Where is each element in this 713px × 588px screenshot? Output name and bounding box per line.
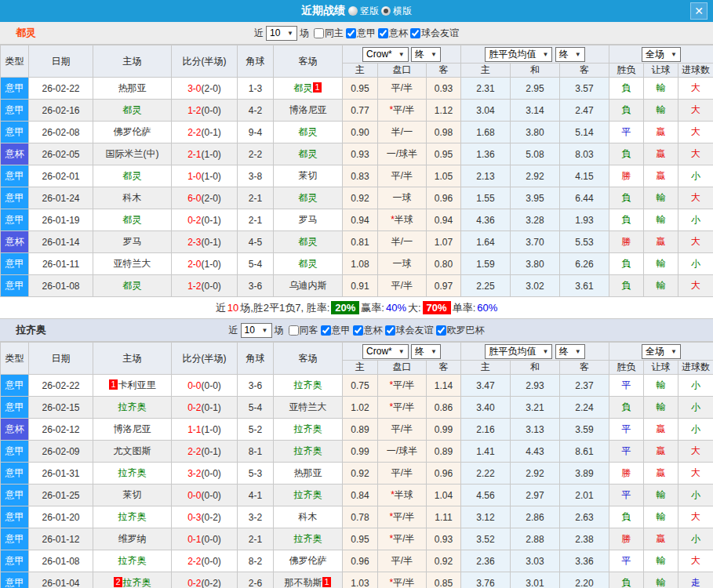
corner-cell: 2-1 bbox=[238, 187, 274, 209]
final-odds-dropdown[interactable]: 终▼ bbox=[411, 47, 441, 62]
bookmaker-odds-group: Crow*▼ 终▼ bbox=[343, 343, 461, 361]
page-title: 近期战绩 bbox=[301, 4, 345, 18]
avg-away-cell: 2.37 bbox=[560, 375, 609, 397]
checkbox-input[interactable] bbox=[353, 325, 363, 336]
home-team: 拉齐奥 bbox=[118, 467, 147, 478]
goals-cell: 小 bbox=[678, 485, 713, 506]
horizontal-layout-radio[interactable] bbox=[381, 6, 391, 16]
match-row: 意甲 26-01-24 科木 6-0(2-0) 2-1 都灵 0.92 一球 0… bbox=[1, 187, 713, 209]
home-cell: 尤文图斯 bbox=[93, 441, 172, 463]
match-row: 意甲 26-01-08 拉齐奥 2-2(0-0) 8-2 佛罗伦萨 0.96 平… bbox=[1, 550, 713, 572]
result-value: 勝 bbox=[622, 467, 631, 478]
filter-checkbox[interactable]: 球会友谊 bbox=[383, 324, 434, 337]
halftime-score: (0-1) bbox=[202, 237, 221, 248]
avg-odds-dropdown[interactable]: 胜平负均值▼ bbox=[485, 47, 552, 62]
goals-cell: 小 bbox=[678, 209, 713, 231]
filter-checkbox[interactable]: 意杯 bbox=[376, 27, 408, 40]
checkbox-input[interactable] bbox=[385, 325, 395, 336]
avg-away-cell: 2.24 bbox=[560, 397, 609, 419]
avg-home-cell: 2.13 bbox=[461, 165, 511, 187]
handicap-cell: 半/一 bbox=[378, 122, 427, 143]
torino-filter-checkboxes: 同主 意甲 意杯 球会友谊 bbox=[311, 27, 459, 40]
avg-home-cell: 2.25 bbox=[461, 275, 511, 297]
fulltime-dropdown[interactable]: 全场▼ bbox=[642, 47, 681, 62]
letball-value: 贏 bbox=[657, 236, 666, 247]
final-avg-dropdown[interactable]: 终▼ bbox=[555, 47, 585, 62]
avg-away-cell: 3.61 bbox=[560, 275, 609, 297]
match-count-dropdown[interactable]: 10 ▼ bbox=[241, 323, 272, 338]
date-cell: 26-02-12 bbox=[29, 419, 93, 441]
vertical-layout-radio[interactable] bbox=[348, 6, 358, 16]
league-cell: 意甲 bbox=[1, 78, 29, 100]
horizontal-layout-label[interactable]: 横版 bbox=[393, 5, 412, 18]
league-cell: 意甲 bbox=[1, 375, 29, 397]
avg-away-cell: 1.93 bbox=[560, 209, 609, 231]
home-cell: 罗马 bbox=[93, 231, 172, 253]
home-cell: 国际米兰(中) bbox=[93, 143, 172, 165]
halftime-score: (0-0) bbox=[202, 468, 221, 479]
away-team: 都灵 bbox=[299, 126, 318, 137]
score-cell: 0-1(0-0) bbox=[172, 528, 238, 550]
letball-value: 輸 bbox=[657, 104, 666, 115]
avg-draw-cell: 3.21 bbox=[511, 397, 560, 419]
filter-checkbox[interactable]: 同客 bbox=[286, 324, 318, 337]
letball-cell: 輸 bbox=[644, 100, 678, 122]
result-cell: 勝 bbox=[609, 528, 644, 550]
letball-cell: 贏 bbox=[644, 528, 678, 550]
goals-value: 大 bbox=[691, 467, 700, 478]
home-odds-cell: 0.92 bbox=[343, 463, 378, 485]
home-team: 国际米兰(中) bbox=[106, 148, 159, 159]
away-cell: 博洛尼亚 bbox=[274, 100, 343, 122]
checkbox-input[interactable] bbox=[436, 325, 446, 336]
goals-value: 小 bbox=[691, 170, 700, 181]
handicap-cell: 平/半 bbox=[378, 550, 427, 572]
filter-checkbox[interactable]: 意甲 bbox=[318, 324, 351, 337]
handicap-value: 平/半 bbox=[391, 555, 413, 566]
match-count-dropdown[interactable]: 10 ▼ bbox=[266, 26, 297, 41]
letball-value: 輸 bbox=[657, 258, 666, 269]
corner-cell: 9-4 bbox=[238, 122, 274, 143]
away-odds-cell: 0.85 bbox=[427, 572, 461, 588]
home-cell: 博洛尼亚 bbox=[93, 419, 172, 441]
handicap-cell: *半球 bbox=[378, 485, 427, 506]
filter-checkbox[interactable]: 球会友谊 bbox=[408, 27, 459, 40]
handicap-value: 一/球半 bbox=[387, 148, 417, 159]
filter-checkbox[interactable]: 同主 bbox=[311, 27, 344, 40]
checkbox-input[interactable] bbox=[346, 28, 356, 38]
fulltime-dropdown[interactable]: 全场▼ bbox=[642, 344, 681, 359]
result-value: 平 bbox=[622, 126, 631, 137]
date-cell: 26-01-08 bbox=[29, 275, 93, 297]
col-away: 客场 bbox=[274, 343, 343, 375]
checkbox-input[interactable] bbox=[410, 28, 420, 38]
away-odds-cell: 1.12 bbox=[427, 100, 461, 122]
final-odds-dropdown[interactable]: 终▼ bbox=[411, 344, 441, 359]
away-odds-cell: 1.05 bbox=[427, 165, 461, 187]
league-cell: 意甲 bbox=[1, 253, 29, 275]
home-odds-cell: 0.90 bbox=[343, 122, 378, 143]
letball-value: 輸 bbox=[657, 214, 666, 225]
checkbox-input[interactable] bbox=[314, 28, 324, 38]
home-team: 都灵 bbox=[123, 214, 142, 225]
chevron-down-icon: ▼ bbox=[575, 49, 581, 60]
filter-checkbox[interactable]: 欧罗巴杯 bbox=[434, 324, 485, 337]
vertical-layout-label[interactable]: 竖版 bbox=[360, 5, 379, 18]
bookmaker-dropdown[interactable]: Crow*▼ bbox=[362, 344, 409, 359]
checkbox-input[interactable] bbox=[378, 28, 388, 38]
close-icon[interactable]: ✕ bbox=[690, 2, 708, 20]
col-corner: 角球 bbox=[238, 343, 274, 375]
filter-checkbox[interactable]: 意甲 bbox=[344, 27, 376, 40]
bookmaker-dropdown[interactable]: Crow*▼ bbox=[362, 47, 409, 62]
checkbox-input[interactable] bbox=[289, 325, 299, 336]
letball-cell: 輸 bbox=[644, 572, 678, 588]
fulltime-group: 全场▼ bbox=[609, 45, 713, 64]
filter-checkbox[interactable]: 意杯 bbox=[351, 324, 383, 337]
checkbox-input[interactable] bbox=[321, 325, 331, 336]
away-team: 都灵 bbox=[299, 236, 318, 247]
avg-odds-dropdown[interactable]: 胜平负均值▼ bbox=[485, 344, 552, 359]
avg-draw-cell: 2.92 bbox=[511, 463, 560, 485]
home-team: 拉齐奥 bbox=[123, 577, 151, 588]
col-avg-draw: 和 bbox=[511, 64, 560, 78]
avg-away-cell: 2.63 bbox=[560, 506, 609, 528]
avg-draw-cell: 2.86 bbox=[511, 506, 560, 528]
final-avg-dropdown[interactable]: 终▼ bbox=[555, 344, 585, 359]
